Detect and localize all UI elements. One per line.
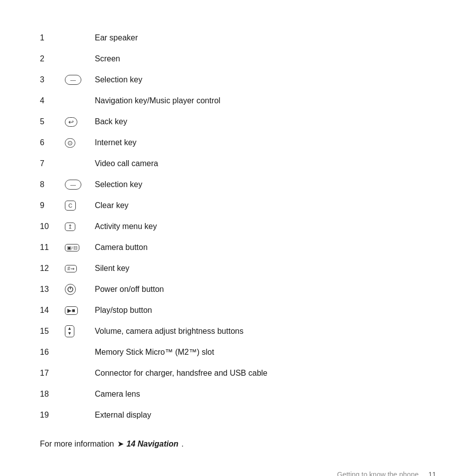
item-label: Silent key (95, 264, 436, 273)
item-icon: #⇝ (65, 265, 95, 272)
more-info-arrow: ➤ (117, 439, 124, 449)
item-label: Navigation key/Music player control (95, 96, 436, 105)
list-item: 5↩Back key (40, 114, 436, 130)
item-label: Activity menu key (95, 222, 436, 231)
list-item: 4Navigation key/Music player control (40, 93, 436, 109)
item-label: Selection key (95, 75, 436, 84)
item-number: 6 (40, 138, 65, 147)
item-icon: ▣/⊟ (65, 244, 95, 251)
item-label: Camera button (95, 243, 436, 252)
item-number: 16 (40, 348, 65, 357)
item-icon (65, 284, 95, 295)
list-item: 8—Selection key (40, 177, 436, 193)
item-label: Connector for charger, handsfree and USB… (95, 369, 436, 378)
item-list: 1Ear speaker2Screen3—Selection key4Navig… (40, 30, 436, 423)
page: 1Ear speaker2Screen3—Selection key4Navig… (0, 0, 476, 476)
footer-section: Getting to know the phone (337, 471, 419, 476)
list-item: 17Connector for charger, handsfree and U… (40, 365, 436, 381)
item-number: 1 (40, 33, 65, 42)
list-item: 10↥Activity menu key (40, 219, 436, 235)
footer: Getting to know the phone 11 This is the… (40, 471, 436, 476)
item-number: 13 (40, 285, 65, 294)
item-number: 14 (40, 306, 65, 315)
footer-top: Getting to know the phone 11 (40, 471, 436, 476)
item-number: 8 (40, 180, 65, 189)
item-icon: ▲▼ (65, 325, 95, 337)
item-label: Volume, camera adjust brightness buttons (95, 327, 436, 336)
item-label: Back key (95, 117, 436, 126)
list-item: 13Power on/off button (40, 281, 436, 297)
list-item: 7Video call camera (40, 156, 436, 172)
item-label: Selection key (95, 180, 436, 189)
list-item: 15▲▼Volume, camera adjust brightness but… (40, 323, 436, 339)
item-icon: C (65, 201, 95, 211)
item-number: 11 (40, 243, 65, 252)
item-number: 15 (40, 327, 65, 336)
item-label: Play/stop button (95, 306, 436, 315)
item-label: Memory Stick Micro™ (M2™) slot (95, 348, 436, 357)
item-number: 3 (40, 75, 65, 84)
item-icon: ⊙ (65, 138, 95, 148)
more-info: For more information ➤ 14 Navigation. (40, 439, 436, 449)
item-number: 17 (40, 369, 65, 378)
item-number: 18 (40, 390, 65, 399)
item-label: Internet key (95, 138, 436, 147)
list-item: 3—Selection key (40, 72, 436, 88)
item-icon: — (65, 75, 95, 85)
item-label: Video call camera (95, 159, 436, 168)
list-item: 16Memory Stick Micro™ (M2™) slot (40, 344, 436, 360)
item-label: Camera lens (95, 390, 436, 399)
item-number: 7 (40, 159, 65, 168)
item-number: 9 (40, 201, 65, 210)
item-icon: ▶■ (65, 306, 95, 315)
item-number: 12 (40, 264, 65, 273)
item-icon: ↩ (65, 117, 95, 127)
more-info-link: 14 Navigation (127, 440, 179, 449)
item-number: 10 (40, 222, 65, 231)
item-label: Ear speaker (95, 33, 436, 42)
item-number: 19 (40, 411, 65, 420)
list-item: 9CClear key (40, 198, 436, 214)
footer-page-num: 11 (428, 471, 436, 476)
list-item: 11▣/⊟Camera button (40, 239, 436, 255)
item-number: 2 (40, 54, 65, 63)
item-label: External display (95, 411, 436, 420)
list-item: 2Screen (40, 51, 436, 67)
item-label: Screen (95, 54, 436, 63)
list-item: 1Ear speaker (40, 30, 436, 46)
item-label: Clear key (95, 201, 436, 210)
list-item: 6⊙Internet key (40, 135, 436, 151)
list-item: 19External display (40, 407, 436, 423)
more-info-prefix: For more information (40, 440, 114, 449)
item-label: Power on/off button (95, 285, 436, 294)
list-item: 18Camera lens (40, 386, 436, 402)
item-icon: — (65, 180, 95, 190)
list-item: 12#⇝Silent key (40, 260, 436, 276)
item-icon: ↥ (65, 223, 95, 231)
item-number: 4 (40, 96, 65, 105)
list-item: 14▶■Play/stop button (40, 302, 436, 318)
item-number: 5 (40, 117, 65, 126)
